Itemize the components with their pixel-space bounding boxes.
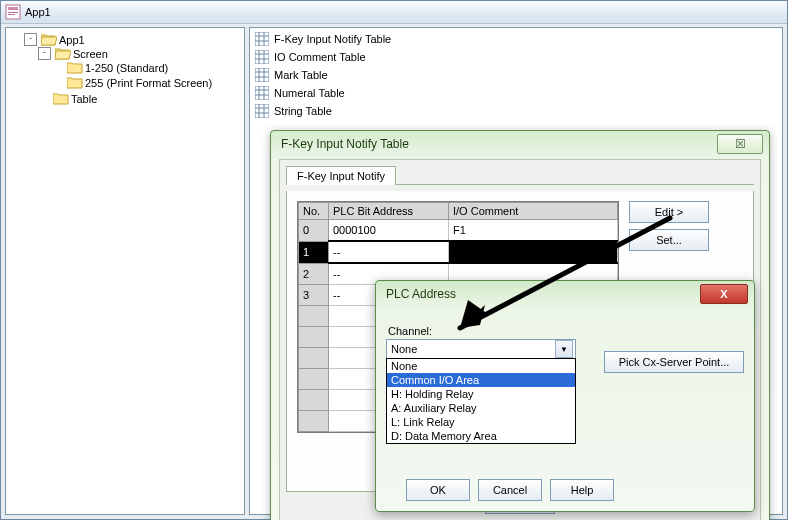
tree-node-255[interactable]: 255 (Print Format Screen)	[52, 76, 242, 89]
dropdown-selected: None	[391, 343, 417, 355]
cell-addr[interactable]: --	[329, 241, 449, 263]
dropdown-list[interactable]: None Common I/O Area H: Holding Relay A:…	[386, 358, 576, 444]
tree-label: App1	[59, 34, 85, 46]
tree-node-app-root[interactable]: - App1	[24, 33, 242, 46]
dialog-titlebar[interactable]: PLC Address X	[376, 281, 754, 307]
dropdown-option-link[interactable]: L: Link Relay	[387, 415, 575, 429]
list-item[interactable]: F-Key Input Notify Table	[252, 30, 780, 48]
table-icon	[254, 67, 270, 83]
row-header[interactable]: 0	[299, 220, 329, 242]
folder-icon	[53, 92, 69, 105]
tab-fkey-notify[interactable]: F-Key Input Notify	[286, 166, 396, 185]
tab-label: F-Key Input Notify	[297, 170, 385, 182]
plc-address-dialog[interactable]: PLC Address X Channel: None ▼ None Commo…	[375, 280, 755, 512]
table-icon	[254, 31, 270, 47]
table-icon	[254, 103, 270, 119]
table-row[interactable]: 0 0000100 F1	[299, 220, 618, 242]
project-tree[interactable]: - App1 - Scr	[5, 27, 245, 515]
tree-label: 1-250 (Standard)	[85, 62, 168, 74]
dialog-title: F-Key Input Notify Table	[281, 137, 409, 151]
close-button[interactable]: X	[700, 284, 748, 304]
edit-button[interactable]: Edit >	[629, 201, 709, 223]
expander-none	[52, 62, 63, 73]
svg-rect-19	[255, 86, 269, 100]
chevron-down-icon[interactable]: ▼	[555, 340, 573, 358]
list-item[interactable]: Numeral Table	[252, 84, 780, 102]
svg-rect-3	[8, 14, 15, 15]
dropdown-option-holding[interactable]: H: Holding Relay	[387, 387, 575, 401]
cell-io[interactable]	[449, 241, 618, 263]
list-item-label: IO Comment Table	[274, 51, 366, 63]
dialog-titlebar[interactable]: F-Key Input Notify Table ☒	[271, 131, 769, 157]
app-titlebar[interactable]: App1	[1, 1, 787, 24]
channel-label: Channel:	[388, 325, 744, 337]
dropdown-option-common-io[interactable]: Common I/O Area	[387, 373, 575, 387]
list-item[interactable]: IO Comment Table	[252, 48, 780, 66]
table-row-selected[interactable]: 1 --	[299, 241, 618, 263]
close-icon: ☒	[735, 137, 746, 151]
tree-node-1-250[interactable]: 1-250 (Standard)	[52, 61, 242, 74]
list-item-label: F-Key Input Notify Table	[274, 33, 391, 45]
list-item[interactable]: Mark Table	[252, 66, 780, 84]
table-icon	[254, 49, 270, 65]
folder-icon	[67, 76, 83, 89]
pick-cx-server-button[interactable]: Pick Cx-Server Point...	[604, 351, 744, 373]
dropdown-option-auxiliary[interactable]: A: Auxiliary Relay	[387, 401, 575, 415]
col-header-io[interactable]: I/O Comment	[449, 203, 618, 220]
row-header[interactable]: 3	[299, 285, 329, 306]
app-title: App1	[25, 6, 51, 18]
close-button[interactable]: ☒	[717, 134, 763, 154]
app-icon	[5, 4, 21, 20]
dropdown-display[interactable]: None ▼	[386, 339, 576, 359]
cell-io[interactable]: F1	[449, 220, 618, 242]
col-header-no[interactable]: No.	[299, 203, 329, 220]
folder-icon	[67, 61, 83, 74]
close-icon: X	[720, 288, 727, 300]
list-item-label: Numeral Table	[274, 87, 345, 99]
svg-rect-1	[8, 7, 18, 10]
svg-rect-9	[255, 50, 269, 64]
tree-label: Screen	[73, 48, 108, 60]
col-header-addr[interactable]: PLC Bit Address	[329, 203, 449, 220]
svg-rect-4	[255, 32, 269, 46]
dialog-title: PLC Address	[386, 287, 456, 301]
help-button[interactable]: Help	[550, 479, 614, 501]
svg-rect-2	[8, 12, 18, 13]
tabstrip: F-Key Input Notify	[286, 166, 754, 185]
cell-addr[interactable]: 0000100	[329, 220, 449, 242]
dropdown-option-none[interactable]: None	[387, 359, 575, 373]
tree-label: 255 (Print Format Screen)	[85, 77, 212, 89]
expander-none	[52, 77, 63, 88]
svg-rect-24	[255, 104, 269, 118]
tree-label: Table	[71, 93, 97, 105]
tree-node-screen[interactable]: - Screen	[38, 47, 242, 60]
svg-rect-14	[255, 68, 269, 82]
channel-dropdown[interactable]: None ▼ None Common I/O Area H: Holding R…	[386, 339, 576, 359]
row-header[interactable]: 2	[299, 263, 329, 285]
folder-open-icon	[41, 33, 57, 46]
expander-none	[38, 93, 49, 104]
cancel-button[interactable]: Cancel	[478, 479, 542, 501]
folder-open-icon	[55, 47, 71, 60]
list-item[interactable]: String Table	[252, 102, 780, 120]
set-button[interactable]: Set...	[629, 229, 709, 251]
tree-node-table[interactable]: Table	[38, 92, 242, 105]
ok-button[interactable]: OK	[406, 479, 470, 501]
expander-icon[interactable]: -	[24, 33, 37, 46]
expander-icon[interactable]: -	[38, 47, 51, 60]
list-item-label: String Table	[274, 105, 332, 117]
list-item-label: Mark Table	[274, 69, 328, 81]
dropdown-option-data-memory[interactable]: D: Data Memory Area	[387, 429, 575, 443]
table-icon	[254, 85, 270, 101]
tabstrip-spacer	[396, 166, 754, 185]
dialog-body: Channel: None ▼ None Common I/O Area H: …	[386, 311, 744, 501]
row-header[interactable]: 1	[299, 241, 329, 263]
